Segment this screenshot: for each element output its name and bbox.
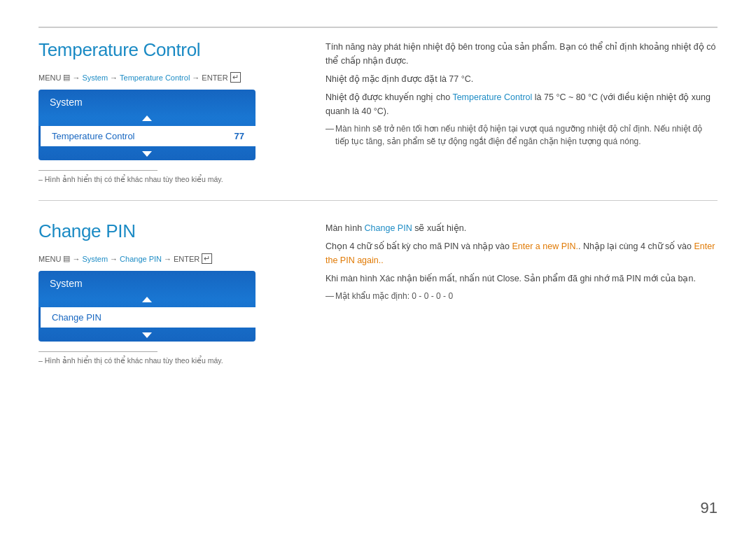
pin-title: Change PIN xyxy=(38,220,290,242)
svg-marker-1 xyxy=(142,151,152,157)
top-divider xyxy=(38,27,718,28)
svg-marker-0 xyxy=(142,115,152,121)
temp-system-label: System xyxy=(50,97,83,108)
pin-desc-2: Chọn 4 chữ số bất kỳ cho mã PIN và nhập … xyxy=(326,239,718,267)
change-pin-inline: Change PIN xyxy=(365,223,412,233)
temp-desc-2: Nhiệt độ mặc định được đặt là 77 °C. xyxy=(326,72,718,86)
temp-desc-3: Nhiệt độ được khuyến nghị cho Temperatur… xyxy=(326,90,718,118)
temp-system-header: System xyxy=(38,90,255,112)
pin-menu-icon: ▤ xyxy=(63,254,70,263)
svg-marker-2 xyxy=(142,297,152,302)
temp-desc-indent: Màn hình sẽ trở nên tối hơn nếu nhiệt độ… xyxy=(326,122,718,148)
temp-menu-path: MENU ▤ → System → Temperature Control → … xyxy=(38,72,290,83)
pin-system-link: System xyxy=(82,255,108,263)
pin-menu-label: MENU xyxy=(38,255,61,263)
temp-desc-1: Tính năng này phát hiện nhiệt độ bên tro… xyxy=(326,40,718,68)
system-link: System xyxy=(82,73,108,82)
svg-marker-3 xyxy=(142,332,152,338)
temp-footnote: – Hình ảnh hiển thị có thể khác nhau tùy… xyxy=(38,175,290,183)
page-number: 91 xyxy=(701,499,718,517)
pin-menu-item-selected[interactable]: Change PIN xyxy=(38,307,255,328)
temp-menu-item-label: Temperature Control xyxy=(52,131,135,141)
pin-chevron-up[interactable] xyxy=(38,293,255,306)
temp-menu-item-value: 77 xyxy=(234,131,244,141)
pin-enter-icon: ↵ xyxy=(202,253,212,264)
temperature-control-section: Temperature Control MENU ▤ → System → Te… xyxy=(38,36,718,183)
pin-change-link: Change PIN xyxy=(120,255,162,263)
section-horiz-divider xyxy=(38,200,718,201)
menu-icon: ▤ xyxy=(63,73,70,82)
temp-chevron-up[interactable] xyxy=(38,112,255,125)
temp-menu-item-selected[interactable]: Temperature Control 77 xyxy=(38,126,255,146)
enter-new-pin: Enter a new PIN. xyxy=(512,241,579,251)
menu-label: MENU xyxy=(38,73,61,82)
pin-left-col: Change PIN MENU ▤ → System → Change PIN … xyxy=(38,218,304,365)
temp-left-col: Temperature Control MENU ▤ → System → Te… xyxy=(38,36,304,183)
pin-desc-1: Màn hình Change PIN sẽ xuất hiện. xyxy=(326,221,718,235)
pin-chevron-down[interactable] xyxy=(38,329,255,342)
pin-system-menu: System Change PIN xyxy=(38,271,255,342)
pin-enter-label: ENTER xyxy=(174,255,200,263)
pin-system-label: System xyxy=(50,278,83,289)
pin-section-divider xyxy=(38,351,158,352)
enter-icon: ↵ xyxy=(230,72,241,83)
page-container: Temperature Control MENU ▤ → System → Te… xyxy=(0,0,756,534)
enter-label: ENTER xyxy=(202,73,227,82)
pin-system-header: System xyxy=(38,271,255,293)
pin-right-col: Màn hình Change PIN sẽ xuất hiện. Chọn 4… xyxy=(304,218,718,365)
temp-section-divider xyxy=(38,170,158,171)
temp-control-inline: Temperature Control xyxy=(452,92,532,102)
temp-title: Temperature Control xyxy=(38,39,290,61)
temp-system-menu: System Temperature Control 77 xyxy=(38,90,255,160)
change-pin-section: Change PIN MENU ▤ → System → Change PIN … xyxy=(38,218,718,365)
pin-desc-3: Khi màn hình Xác nhận biến mất, nhấn nút… xyxy=(326,272,718,286)
pin-menu-path: MENU ▤ → System → Change PIN → ENTER ↵ xyxy=(38,253,290,264)
pin-desc-indent: Mật khẩu mặc định: 0 - 0 - 0 - 0 xyxy=(326,290,718,302)
pin-menu-item-label: Change PIN xyxy=(52,312,102,323)
temp-control-link: Temperature Control xyxy=(120,73,190,82)
pin-footnote: – Hình ảnh hiển thị có thể khác nhau tùy… xyxy=(38,356,290,365)
temp-chevron-down[interactable] xyxy=(38,148,255,160)
temp-right-col: Tính năng này phát hiện nhiệt độ bên tro… xyxy=(304,36,718,183)
